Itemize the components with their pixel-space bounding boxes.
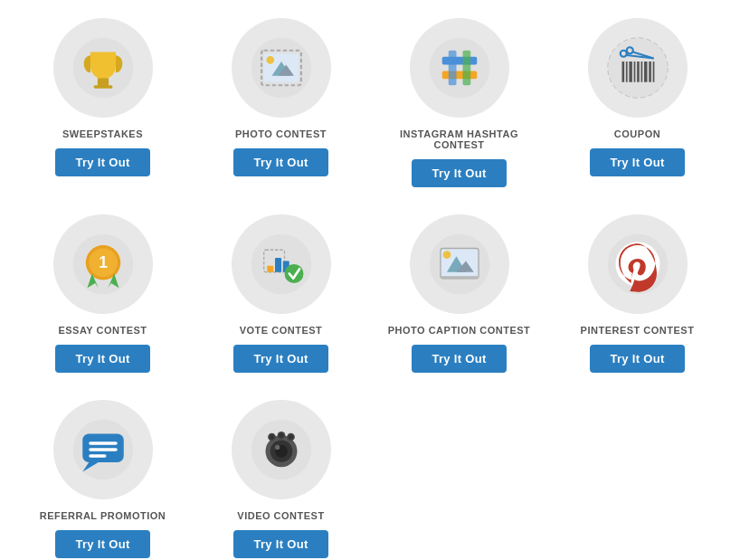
label-coupon: COUPON (614, 128, 660, 139)
card-photo-contest: PHOTO CONTEST Try It Out (196, 18, 365, 187)
try-video[interactable]: Try It Out (233, 530, 327, 558)
try-referral[interactable]: Try It Out (55, 530, 149, 558)
try-caption[interactable]: Try It Out (412, 345, 506, 373)
svg-rect-11 (441, 57, 477, 65)
svg-rect-38 (275, 258, 281, 272)
svg-rect-21 (625, 62, 627, 82)
svg-point-59 (275, 445, 280, 450)
icon-video (232, 400, 331, 499)
svg-rect-2 (93, 85, 112, 89)
label-caption: PHOTO CAPTION CONTEST (388, 325, 531, 336)
svg-point-63 (269, 434, 273, 439)
label-vote: VOTE CONTEST (240, 325, 323, 336)
svg-rect-24 (637, 62, 640, 82)
svg-point-65 (288, 434, 292, 439)
card-sweepstakes: SWEEPSTAKES Try It Out (18, 18, 187, 187)
icon-caption (410, 214, 509, 314)
label-photo-contest: PHOTO CONTEST (235, 128, 327, 139)
card-instagram: INSTAGRAM HASHTAG CONTEST Try It Out (375, 18, 544, 187)
svg-rect-3 (97, 78, 108, 82)
icon-essay: 1 (53, 214, 153, 314)
svg-rect-12 (441, 71, 477, 80)
svg-rect-52 (89, 441, 118, 445)
card-caption: PHOTO CAPTION CONTEST Try It Out (375, 214, 544, 373)
svg-rect-13 (448, 51, 456, 86)
icon-pinterest (588, 214, 688, 314)
label-referral: REFERRAL PROMOTION (40, 510, 166, 521)
card-referral: REFERRAL PROMOTION Try It Out (18, 400, 187, 558)
try-instagram[interactable]: Try It Out (412, 159, 506, 187)
svg-rect-14 (462, 51, 470, 86)
label-video: VIDEO CONTEST (237, 510, 324, 521)
label-pinterest: PINTEREST CONTEST (581, 325, 695, 336)
svg-point-40 (284, 264, 303, 283)
try-photo-contest[interactable]: Try It Out (233, 148, 327, 176)
contest-grid: SWEEPSTAKES Try It Out PHOTO CONTEST Try… (18, 18, 722, 558)
svg-rect-53 (89, 448, 118, 451)
icon-referral (53, 400, 153, 499)
svg-rect-37 (267, 266, 273, 272)
icon-vote (232, 214, 331, 314)
try-essay[interactable]: Try It Out (55, 345, 149, 373)
svg-point-10 (429, 38, 489, 99)
card-vote: VOTE CONTEST Try It Out (196, 214, 365, 373)
try-sweepstakes[interactable]: Try It Out (55, 148, 149, 176)
svg-rect-20 (621, 62, 624, 82)
try-pinterest[interactable]: Try It Out (590, 345, 684, 373)
svg-point-45 (442, 251, 451, 259)
svg-rect-46 (441, 276, 479, 279)
svg-rect-27 (649, 62, 651, 82)
svg-rect-23 (633, 62, 635, 82)
try-coupon[interactable]: Try It Out (590, 148, 684, 176)
icon-coupon (588, 18, 688, 118)
label-essay: ESSAY CONTEST (58, 325, 147, 336)
card-essay: 1 ESSAY CONTEST Try It Out (18, 214, 187, 373)
label-instagram: INSTAGRAM HASHTAG CONTEST (375, 128, 544, 150)
card-video: VIDEO CONTEST Try It Out (196, 400, 365, 558)
svg-point-64 (279, 433, 283, 438)
card-coupon: COUPON Try It Out (553, 18, 722, 187)
icon-instagram (410, 18, 509, 118)
svg-rect-26 (644, 62, 648, 82)
svg-rect-28 (652, 62, 654, 82)
svg-point-9 (266, 56, 274, 64)
try-vote[interactable]: Try It Out (233, 345, 327, 373)
icon-photo-contest (232, 18, 331, 118)
svg-rect-22 (629, 62, 632, 82)
svg-rect-54 (89, 454, 106, 458)
svg-text:1: 1 (99, 253, 108, 271)
icon-sweepstakes (53, 18, 153, 118)
card-pinterest: PINTEREST CONTEST Try It Out (553, 214, 722, 373)
label-sweepstakes: SWEEPSTAKES (62, 128, 143, 139)
svg-rect-25 (640, 62, 642, 82)
